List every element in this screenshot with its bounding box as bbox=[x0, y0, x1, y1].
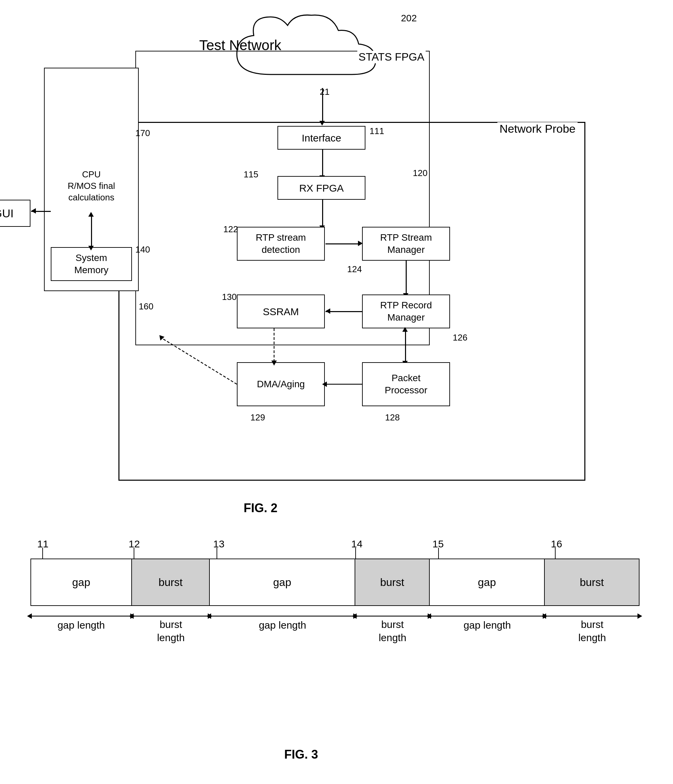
fig2-title: FIG. 2 bbox=[244, 501, 277, 515]
ref-170: 170 bbox=[135, 128, 150, 138]
tick-13 bbox=[216, 548, 217, 559]
seg-label-gap1: gap bbox=[72, 576, 90, 589]
tick-16 bbox=[555, 548, 556, 559]
svg-marker-7 bbox=[27, 613, 32, 619]
ref-13: 13 bbox=[213, 538, 224, 550]
ref-16: 16 bbox=[551, 538, 562, 550]
arrow-rtp-detect-to-manager bbox=[325, 243, 359, 244]
arrowhead-cpu-mem-up bbox=[88, 212, 94, 217]
annotation-burst-length-2: burstlength bbox=[355, 618, 430, 644]
arrowhead-cpu-mem-down bbox=[88, 246, 94, 250]
segment-gap1: gap bbox=[30, 558, 132, 606]
gui-label: GUI bbox=[0, 206, 14, 221]
seg-label-gap3: gap bbox=[478, 576, 496, 589]
ref-140: 140 bbox=[135, 244, 150, 255]
cpu-box: CPU R/MOS final calculations bbox=[51, 159, 132, 213]
gui-box: GUI bbox=[0, 200, 30, 227]
segment-burst3: burst bbox=[545, 558, 639, 606]
system-memory-box: System Memory bbox=[51, 247, 132, 281]
arrow-record-mgr-to-packet bbox=[405, 328, 406, 362]
ref-14: 14 bbox=[351, 538, 362, 550]
annotation-gap-length-1: gap length bbox=[30, 619, 132, 631]
tick-12 bbox=[134, 548, 134, 559]
rtp-record-manager-box: RTP Record Manager bbox=[362, 294, 450, 328]
rtp-record-manager-label: RTP Record Manager bbox=[380, 299, 432, 324]
seg-label-burst2: burst bbox=[380, 576, 404, 589]
cpu-label: CPU R/MOS final calculations bbox=[68, 169, 115, 203]
arrowhead-left-1 bbox=[325, 308, 330, 314]
rtp-stream-manager-label: RTP Stream Manager bbox=[380, 232, 432, 256]
packet-processor-label: Packet Processor bbox=[385, 372, 427, 397]
annotation-gap-length-3: gap length bbox=[430, 619, 545, 631]
arrow-record-to-ssram bbox=[325, 311, 362, 312]
fig2-diagram: Test Network 202 21 Network Probe 25 Int… bbox=[34, 7, 643, 508]
arrow-stream-mgr-to-record-mgr bbox=[406, 261, 407, 294]
annotation-burst-length-1: burstlength bbox=[132, 618, 210, 644]
ref-130: 130 bbox=[222, 292, 236, 302]
dma-aging-box: DMA/Aging bbox=[237, 362, 325, 406]
fig3-title: FIG. 3 bbox=[284, 747, 318, 762]
fig3-diagram: 11 12 13 14 15 16 gap burst gap burst ga… bbox=[20, 532, 650, 762]
ref-129: 129 bbox=[250, 412, 265, 423]
tick-14 bbox=[355, 548, 356, 559]
seg-label-burst1: burst bbox=[159, 576, 182, 589]
ref-126: 126 bbox=[453, 333, 467, 343]
annotation-burst-length-3: burstlength bbox=[545, 618, 639, 644]
tick-11 bbox=[42, 548, 43, 559]
arrow-cpu-memory bbox=[91, 213, 92, 247]
arrowhead-up-1 bbox=[402, 327, 408, 332]
segment-gap3: gap bbox=[430, 558, 545, 606]
system-memory-label: System Memory bbox=[74, 252, 108, 277]
dma-aging-label: DMA/Aging bbox=[257, 378, 305, 390]
ssram-label: SSRAM bbox=[263, 305, 299, 318]
seg-label-burst3: burst bbox=[580, 576, 604, 589]
arrowhead-left-gui bbox=[31, 208, 36, 214]
ref-124: 124 bbox=[347, 264, 362, 275]
annotation-gap-length-2: gap length bbox=[210, 619, 355, 631]
rtp-stream-manager-box: RTP Stream Manager bbox=[362, 227, 450, 261]
tick-15 bbox=[438, 548, 439, 559]
ref-160: 160 bbox=[139, 301, 153, 312]
ssram-box: SSRAM bbox=[237, 294, 325, 328]
ref-122: 122 bbox=[223, 224, 238, 235]
rtp-stream-detection-label: RTP stream detection bbox=[256, 232, 306, 256]
packet-processor-box: Packet Processor bbox=[362, 362, 450, 406]
stats-fpga-label: STATS FPGA bbox=[357, 51, 426, 63]
segment-burst1: burst bbox=[132, 558, 210, 606]
ref-128: 128 bbox=[385, 412, 399, 423]
seg-label-gap2: gap bbox=[273, 576, 291, 589]
rtp-stream-detection-box: RTP stream detection bbox=[237, 227, 325, 261]
segment-gap2: gap bbox=[210, 558, 355, 606]
segment-burst2: burst bbox=[355, 558, 430, 606]
network-probe-label: Network Probe bbox=[497, 122, 578, 135]
cloud-ref: 202 bbox=[401, 13, 417, 24]
